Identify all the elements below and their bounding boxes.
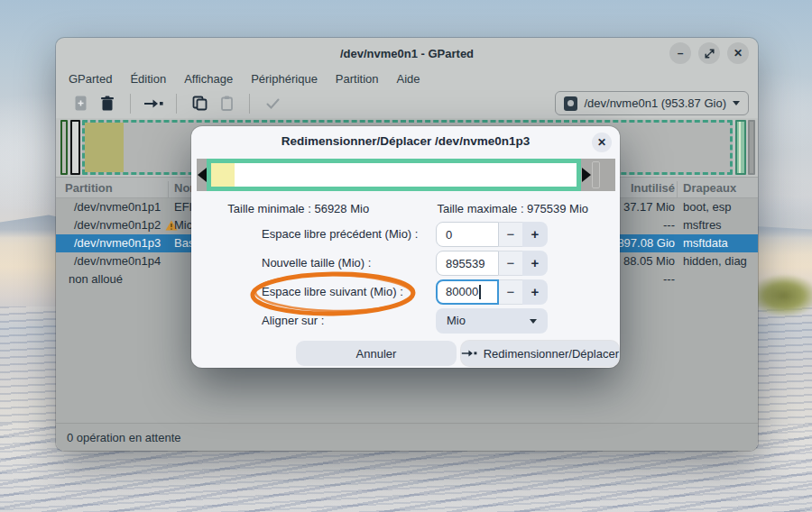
new-size-label: Nouvelle taille (Mio) : xyxy=(262,251,371,276)
max-size-label: Taille maximale : 975539 Mio xyxy=(406,202,621,215)
free-space-after-spinner: 80000 − + xyxy=(436,279,548,305)
pending-operations: 0 opération en attente xyxy=(67,431,181,444)
drive-icon xyxy=(564,96,577,111)
close-icon: ✕ xyxy=(734,47,743,59)
partition-path: /dev/nvme0n1p2 xyxy=(74,216,161,234)
maximize-button[interactable] xyxy=(698,42,720,64)
toolbar-separator xyxy=(249,94,250,114)
minimize-button[interactable]: – xyxy=(669,42,691,64)
increment-button[interactable]: + xyxy=(522,222,548,247)
right-resize-handle-icon[interactable] xyxy=(582,168,591,182)
toolbar: /dev/nvme0n1 (953.87 Gio) xyxy=(56,88,758,118)
resize-arrow-icon xyxy=(143,98,163,109)
minimize-icon: – xyxy=(678,47,684,59)
free-space-before-input[interactable] xyxy=(436,222,499,247)
resize-slider-widget xyxy=(197,159,615,191)
minus-icon: − xyxy=(507,279,515,305)
partition-block-p4[interactable] xyxy=(735,120,746,175)
decrement-button[interactable]: − xyxy=(499,279,522,305)
increment-button[interactable]: + xyxy=(522,279,548,305)
unallocated-block[interactable] xyxy=(748,120,755,175)
copy-button[interactable] xyxy=(186,92,213,115)
toolbar-separator xyxy=(176,94,177,114)
input-value: 80000 xyxy=(446,279,478,305)
partition-block-p2[interactable] xyxy=(70,120,80,175)
close-button[interactable]: ✕ xyxy=(727,42,749,64)
column-flags[interactable]: Drapeaux xyxy=(683,181,736,195)
cancel-label: Annuler xyxy=(356,347,397,361)
desert-bush xyxy=(749,274,812,317)
free-space-after-input[interactable]: 80000 xyxy=(436,279,499,305)
align-to-label: Aligner sur : xyxy=(262,308,324,334)
menu-peripherique[interactable]: Périphérique xyxy=(242,72,327,86)
unused-value: 897.08 Gio xyxy=(617,234,675,252)
free-space-after-label: Espace libre suivant (Mio) : xyxy=(262,279,403,305)
dialog-buttons: Annuler Redimensionner/Déplacer xyxy=(191,341,620,366)
menubar: GParted Édition Affichage Périphérique P… xyxy=(60,69,758,88)
decrement-button[interactable]: − xyxy=(499,251,522,276)
statusbar: 0 opération en attente xyxy=(56,423,758,451)
paste-button[interactable] xyxy=(213,92,240,115)
maximize-icon xyxy=(705,49,715,59)
partition-block-p1[interactable] xyxy=(60,120,68,175)
menu-aide[interactable]: Aide xyxy=(388,72,429,86)
menu-affichage[interactable]: Affichage xyxy=(175,72,242,86)
apply-check-icon xyxy=(266,98,280,109)
copy-icon xyxy=(192,96,208,111)
plus-icon: + xyxy=(531,279,540,305)
free-space-before-spinner: − + xyxy=(436,222,548,247)
align-to-dropdown[interactable]: Mio xyxy=(436,308,548,334)
trash-icon xyxy=(100,96,115,111)
new-size-spinner: − + xyxy=(436,251,548,276)
column-partition[interactable]: Partition xyxy=(65,181,113,195)
partition-name: EFI xyxy=(174,198,192,216)
dialog-title: Redimensionner/Déplacer /dev/nvme0n1p3 xyxy=(191,134,620,148)
decrement-button[interactable]: − xyxy=(499,222,522,247)
unused-value: 37.17 Mio xyxy=(623,198,675,216)
confirm-resize-button[interactable]: Redimensionner/Déplacer xyxy=(461,341,619,366)
new-partition-button[interactable] xyxy=(67,92,94,115)
flags-value: hidden, diag xyxy=(683,252,747,270)
drag-handle[interactable] xyxy=(592,161,600,188)
resize-move-button[interactable] xyxy=(140,92,167,115)
new-size-input[interactable] xyxy=(436,251,499,276)
partition-path: /dev/nvme0n1p1 xyxy=(74,198,161,216)
menu-partition[interactable]: Partition xyxy=(327,72,388,86)
minus-icon: − xyxy=(507,251,515,276)
unused-value: 88.05 Mio xyxy=(623,252,675,270)
chevron-down-icon xyxy=(733,101,740,105)
field-row-align: Aligner sur : Mio xyxy=(191,308,620,334)
header-separator xyxy=(677,181,678,197)
increment-button[interactable]: + xyxy=(522,251,548,276)
device-selector[interactable]: /dev/nvme0n1 (953.87 Gio) xyxy=(555,91,749,115)
used-space-block xyxy=(85,123,124,172)
delete-partition-button[interactable] xyxy=(94,92,121,115)
device-selector-label: /dev/nvme0n1 (953.87 Gio) xyxy=(584,96,726,110)
text-caret xyxy=(479,285,481,299)
titlebar[interactable]: /dev/nvme0n1 - GParted – ✕ xyxy=(56,38,758,69)
menu-edition[interactable]: Édition xyxy=(121,72,175,86)
flags-value: msftres xyxy=(683,216,722,234)
plus-icon: + xyxy=(531,251,540,276)
apply-button[interactable] xyxy=(259,92,286,115)
field-row-new-size: Nouvelle taille (Mio) : − + xyxy=(191,251,620,276)
partition-name: Mic xyxy=(174,216,192,234)
cancel-button[interactable]: Annuler xyxy=(296,341,457,366)
field-row-free-after: Espace libre suivant (Mio) : 80000 − + xyxy=(191,279,620,305)
partition-path: /dev/nvme0n1p4 xyxy=(74,252,161,270)
flags-value: msftdata xyxy=(683,234,728,252)
menu-gparted[interactable]: GParted xyxy=(60,72,121,86)
close-icon: ✕ xyxy=(597,136,606,149)
paste-icon xyxy=(220,96,234,111)
partition-path: /dev/nvme0n1p3 xyxy=(74,234,161,252)
dialog-close-button[interactable]: ✕ xyxy=(592,133,612,152)
align-to-value: Mio xyxy=(447,308,530,334)
unused-value: --- xyxy=(663,270,675,288)
free-space-before-label: Espace libre précédent (Mio) : xyxy=(262,222,418,247)
left-resize-handle-icon[interactable] xyxy=(198,168,207,182)
used-space-area xyxy=(211,163,235,187)
partition-area[interactable] xyxy=(207,159,581,191)
resize-move-dialog: Redimensionner/Déplacer /dev/nvme0n1p3 ✕… xyxy=(191,126,620,368)
column-unused[interactable]: Inutilisé xyxy=(631,181,675,195)
chevron-down-icon xyxy=(530,319,537,324)
